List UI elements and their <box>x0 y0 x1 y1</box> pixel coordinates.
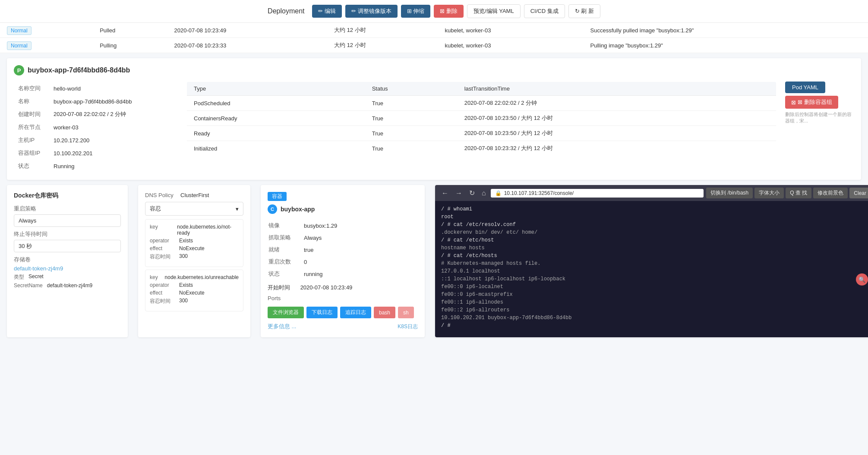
preview-yaml-button[interactable]: 预览/编辑 YAML <box>467 4 521 18</box>
pod-name-label: 名称 <box>15 95 49 107</box>
toleration-label: 容忍 <box>150 205 161 213</box>
pod-yaml-button[interactable]: Pod YAML <box>785 82 825 93</box>
status-label: 状态 <box>15 160 49 172</box>
terminal-line: / # whoami <box>441 205 868 213</box>
terminal-url-bar: 🔒 10.10.107.191:32567/console/ <box>491 189 704 198</box>
termination-input[interactable] <box>14 240 121 252</box>
switch-bash-button[interactable]: 切换到 /bin/bash <box>706 188 753 198</box>
edit-button[interactable]: ✏ 编辑 <box>312 5 342 18</box>
font-size-button[interactable]: 字体大小 <box>754 188 784 198</box>
storage-secret-label: SecretName <box>14 282 43 289</box>
terminal-toolbar: ← → ↻ ⌂ 🔒 10.10.107.191:32567/console/ 切… <box>435 185 868 201</box>
condition-status: True <box>365 126 458 141</box>
condition-type: Initialized <box>187 141 365 156</box>
docker-panel: Docker仓库密码 重启策略 终止等待时间 存储卷 default-token… <box>7 185 128 337</box>
condition-time: 2020-07-08 10:23:32 / 大约 12 小时 <box>458 141 776 156</box>
restart-input[interactable] <box>14 214 121 227</box>
event-message: Pulling image "busybox:1.29" <box>584 38 868 53</box>
table-row: Normal Pulling 2020-07-08 10:23:33 大约 12… <box>0 38 868 53</box>
container-footer: 更多信息 ... K8S日志 <box>268 323 418 330</box>
pod-info: 名称空间 hello-world 名称 buybox-app-7d6f4bbd8… <box>14 82 178 173</box>
terminal-line: hostname hosts <box>441 244 868 252</box>
created-value: 2020-07-08 22:02:02 / 2 分钟 <box>50 108 177 120</box>
terminal-body[interactable]: / # whoamiroot/ # cat /etc/resolv.conf.d… <box>435 201 868 337</box>
start-value: 2020-07-08 10:23:49 <box>300 284 353 291</box>
ready-label: 就绪 <box>268 244 303 255</box>
storage-type-value: Secret <box>28 273 44 281</box>
dns-policy-row: DNS Policy ClusterFirst <box>145 192 243 198</box>
table-row: Ready True 2020-07-08 10:23:50 / 大约 12 小… <box>187 126 776 141</box>
status-value: Running <box>50 160 177 172</box>
conditions-time-header: lastTransitionTime <box>458 82 776 96</box>
terminal-line: fe00::1 ip6-allnodes <box>441 298 868 306</box>
download-log-button[interactable]: 下载日志 <box>306 307 338 318</box>
terminal-line: / # <box>441 322 868 329</box>
table-row: Normal Pulled 2020-07-08 10:23:49 大约 12 … <box>0 23 868 38</box>
terminal-line: / # cat /etc/hosts <box>441 252 868 260</box>
event-source: kubelet, worker-03 <box>438 38 583 53</box>
condition-type: ContainersReady <box>187 111 365 126</box>
k8s-log-link[interactable]: K8S日志 <box>398 323 418 330</box>
lock-icon: 🔒 <box>495 190 502 196</box>
dns-policy-label: DNS Policy <box>145 192 175 198</box>
terminal-line: 127.0.0.1 localhost <box>441 267 868 275</box>
table-row: PodScheduled True 2020-07-08 22:02:02 / … <box>187 96 776 111</box>
terminal-line: / # cat /etc/resolv.conf <box>441 221 868 229</box>
namespace-label: 名称空间 <box>15 82 49 94</box>
adjust-image-button[interactable]: ✏ 调整镜像版本 <box>345 5 398 18</box>
scale-button[interactable]: ⊞ 伸缩 <box>401 5 431 18</box>
clear-button[interactable]: Clear <box>849 188 868 198</box>
ready-value: true <box>304 244 417 255</box>
delete-container-button[interactable]: ⊠ ⊠ 删除容器组 <box>785 96 838 109</box>
table-row: ContainersReady True 2020-07-08 10:23:50… <box>187 111 776 126</box>
event-reason: Pulling <box>93 38 167 53</box>
event-message: Successfully pulled image "busybox:1.29" <box>584 23 868 38</box>
terminal-line: 10.100.202.201 buybox-app-7d6f4bbd86-8d4… <box>441 314 868 322</box>
nav-home-button[interactable]: ⌂ <box>480 188 488 198</box>
color-button[interactable]: 修改前景色 <box>813 188 848 198</box>
event-type-badge: Normal <box>7 26 32 35</box>
container-status-value: running <box>304 268 417 279</box>
trace-log-button[interactable]: 追踪日志 <box>340 307 371 318</box>
pod-name-value: buybox-app-7d6f4bbd86-8d4bb <box>50 95 177 107</box>
storage-label: 存储卷 <box>14 256 121 264</box>
header-toolbar: Deployment ✏ 编辑 ✏ 调整镜像版本 ⊞ 伸缩 ⊠ 删除 预览/编辑… <box>0 0 868 23</box>
restart-count-value: 0 <box>304 256 417 267</box>
node-label: 所在节点 <box>15 121 49 133</box>
nav-forward-button[interactable]: → <box>453 188 464 198</box>
toleration-select[interactable]: 容忍 ▾ <box>145 202 243 216</box>
refresh-button[interactable]: ↻ 刷 新 <box>568 4 600 18</box>
image-value: busybox:1.29 <box>304 220 417 231</box>
search-overlay-icon[interactable]: 🔍 <box>856 273 868 286</box>
created-label: 创建时间 <box>15 108 49 120</box>
sh-button[interactable]: sh <box>398 307 414 318</box>
event-age: 大约 12 小时 <box>327 38 438 53</box>
page-title: Deployment <box>268 7 304 15</box>
toleration-item-2: keynode.kubernetes.io/unreachable operat… <box>145 270 243 311</box>
search-button[interactable]: Q 查 找 <box>786 188 811 198</box>
more-info-link[interactable]: 更多信息 ... <box>268 323 296 330</box>
event-source: kubelet, worker-03 <box>438 23 583 38</box>
terminal-line: fe00::2 ip6-allrouters <box>441 306 868 314</box>
condition-status: True <box>365 141 458 156</box>
nav-refresh-button[interactable]: ↻ <box>467 188 477 198</box>
files-browser-button[interactable]: 文件浏览器 <box>268 307 304 318</box>
table-row: Initialized True 2020-07-08 10:23:32 / 大… <box>187 141 776 156</box>
start-label: 开始时间 <box>268 284 290 291</box>
storage-secret-value: default-token-zj4m9 <box>47 282 92 289</box>
condition-time: 2020-07-08 10:23:50 / 大约 12 小时 <box>458 126 776 141</box>
container-table: 镜像 busybox:1.29 抓取策略 Always 就绪 true 重启次数… <box>268 219 418 280</box>
toleration-item-1: keynode.kubernetes.io/not-ready operator… <box>145 219 243 267</box>
container-name: buybox-app <box>281 206 315 213</box>
condition-type: PodScheduled <box>187 96 365 111</box>
docker-panel-title: Docker仓库密码 <box>14 192 121 200</box>
nav-back-button[interactable]: ← <box>439 188 451 198</box>
delete-button[interactable]: ⊠ 删除 <box>434 5 464 18</box>
conditions-status-header: Status <box>365 82 458 96</box>
restart-label: 重启策略 <box>14 205 121 213</box>
bash-button[interactable]: bash <box>374 307 395 318</box>
terminal-line: root <box>441 213 868 221</box>
terminal-line: fe00::0 ip6-localnet <box>441 283 868 291</box>
podip-value: 10.100.202.201 <box>50 147 177 159</box>
cicd-button[interactable]: CI/CD 集成 <box>524 4 565 18</box>
